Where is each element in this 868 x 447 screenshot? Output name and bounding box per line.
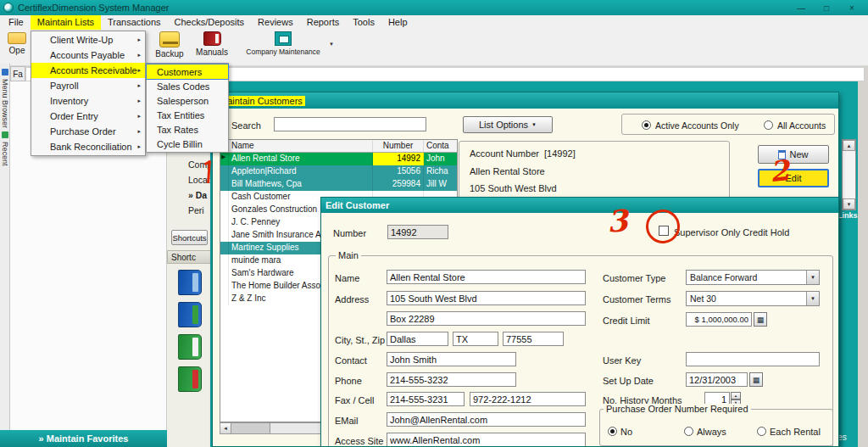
favorites-tab[interactable]: Fa xyxy=(10,66,25,81)
sidebar-tab-recent[interactable]: Recent xyxy=(1,142,9,166)
menu-file[interactable]: File xyxy=(2,15,31,30)
column-header-name[interactable]: Name xyxy=(229,140,373,152)
background-scrollbar[interactable]: ▲ ▼ xyxy=(842,139,856,210)
set-up-date-input[interactable] xyxy=(686,372,748,387)
shortcut-icon-4[interactable] xyxy=(178,366,202,392)
radio-po-always[interactable] xyxy=(684,427,693,436)
manuals-icon xyxy=(203,31,221,46)
toolbar-open-label: Ope xyxy=(9,46,25,55)
links-label[interactable]: Links xyxy=(837,211,858,220)
toolbar-company-maintenance-button[interactable]: Company Maintenance xyxy=(244,31,322,56)
sidebar-tab-menu-browser[interactable]: Menu Browser xyxy=(1,79,9,128)
submenu-item-tax-rates[interactable]: Tax Rates xyxy=(147,122,228,137)
shortcuts-button[interactable]: Shortcuts xyxy=(171,230,208,245)
maximize-button[interactable]: □ xyxy=(814,0,839,15)
customer-type-label: Customer Type xyxy=(603,273,665,283)
scroll-up-button[interactable]: ▲ xyxy=(843,140,855,151)
scroll-down-button[interactable]: ▼ xyxy=(843,198,855,210)
submenu-item-tax-entities[interactable]: Tax Entities xyxy=(147,108,228,122)
address1-input[interactable] xyxy=(387,291,586,305)
edit-button[interactable]: Edit xyxy=(758,169,829,187)
radio-po-each-rental-label[interactable]: Each Rental xyxy=(770,427,821,437)
credit-limit-input[interactable] xyxy=(686,312,752,327)
submenu-arrow-icon: ▸ xyxy=(137,113,141,120)
menu-item-accounts-receivable[interactable]: Accounts Receivable▸ xyxy=(31,63,145,78)
credit-limit-calculator-button[interactable]: ▦ xyxy=(754,312,767,327)
shortcut-icon-2[interactable] xyxy=(178,302,202,327)
customer-row-selected[interactable]: ▶ Allen Rental Store 14992 John xyxy=(220,153,457,165)
maintain-favorites-bar[interactable]: » Maintain Favorites xyxy=(0,430,167,447)
submenu-item-sales-codes[interactable]: Sales Codes xyxy=(147,79,228,93)
menu-reports[interactable]: Reports xyxy=(300,15,347,30)
submenu-arrow-icon: ▸ xyxy=(137,67,141,74)
radio-active-accounts-label[interactable]: Active Accounts Only xyxy=(655,120,739,131)
address2-input[interactable] xyxy=(387,311,586,326)
email-input[interactable] xyxy=(387,412,586,427)
column-header-contact[interactable]: Conta xyxy=(424,140,457,152)
user-key-input[interactable] xyxy=(686,352,820,366)
cell-input[interactable] xyxy=(470,392,586,406)
customer-table-header: Name Number Conta xyxy=(220,140,457,153)
fax-cell-label: Fax / Cell xyxy=(335,395,374,405)
email-label: EMail xyxy=(335,416,359,426)
supervisor-credit-hold-label[interactable]: Supervisor Only Credit Hold xyxy=(674,227,789,237)
open-folder-icon xyxy=(8,32,26,44)
radio-all-accounts[interactable] xyxy=(764,120,773,130)
name-input[interactable] xyxy=(387,270,586,284)
menu-checks-deposits[interactable]: Checks/Deposits xyxy=(168,15,252,30)
menu-item-order-entry[interactable]: Order Entry▸ xyxy=(31,109,145,124)
submenu-item-cycle-billing[interactable]: Cycle Billin xyxy=(147,137,228,151)
city-input[interactable] xyxy=(387,332,448,346)
menu-item-bank-reconciliation[interactable]: Bank Reconciliation▸ xyxy=(31,139,145,154)
radio-po-each-rental[interactable] xyxy=(757,427,766,436)
minimize-button[interactable]: — xyxy=(788,0,814,15)
access-site-input[interactable] xyxy=(387,433,586,447)
radio-active-accounts[interactable] xyxy=(642,120,651,130)
menu-item-accounts-payable[interactable]: Accounts Payable▸ xyxy=(31,47,145,63)
scroll-left-button[interactable]: ◄ xyxy=(220,423,231,433)
close-button[interactable]: × xyxy=(839,0,865,15)
state-input[interactable] xyxy=(453,332,498,346)
number-input[interactable] xyxy=(387,225,448,239)
radio-po-always-label[interactable]: Always xyxy=(697,427,726,437)
menu-item-client-write-up[interactable]: Client Write-Up▸ xyxy=(31,32,145,47)
menu-item-payroll[interactable]: Payroll▸ xyxy=(31,78,145,93)
contact-input[interactable] xyxy=(387,352,516,366)
customer-row[interactable]: Appleton|Richard 15056 Richa xyxy=(220,165,457,178)
shortcut-icon-3[interactable] xyxy=(178,334,202,360)
cell-number: 15056 xyxy=(373,165,424,178)
menu-help[interactable]: Help xyxy=(381,15,415,30)
column-header-number[interactable]: Number xyxy=(373,140,424,152)
customer-type-select[interactable]: Balance Forward ▼ xyxy=(686,270,820,285)
shortcut-icon-1[interactable] xyxy=(178,270,202,295)
toolbar-manuals-button[interactable]: Manuals xyxy=(192,31,232,57)
search-input[interactable] xyxy=(274,117,426,131)
menu-transactions[interactable]: Transactions xyxy=(101,15,168,30)
menu-maintain-lists[interactable]: Maintain Lists xyxy=(31,15,101,30)
menu-reviews[interactable]: Reviews xyxy=(251,15,300,30)
toolbar-backup-button[interactable]: Backup xyxy=(149,31,190,59)
customer-row[interactable]: Bill Matthews, Cpa 259984 Jill W xyxy=(220,178,457,191)
edit-customer-title: Edit Customer xyxy=(326,200,389,210)
nav-item-date[interactable]: » Da xyxy=(188,190,207,200)
menu-item-purchase-order[interactable]: Purchase Order▸ xyxy=(31,124,145,139)
submenu-item-customers[interactable]: Customers xyxy=(147,64,228,79)
scrollbar-thumb[interactable] xyxy=(231,423,270,433)
toolbar-open-button[interactable]: Ope xyxy=(3,32,31,55)
list-options-button[interactable]: List Options ▼ xyxy=(463,116,553,133)
calendar-button[interactable]: ▦ xyxy=(749,372,763,387)
customer-terms-select[interactable]: Net 30 ▼ xyxy=(686,291,820,306)
toolbar-overflow-arrow-icon[interactable]: ▼ xyxy=(329,42,334,47)
radio-po-no-label[interactable]: No xyxy=(620,427,632,437)
radio-po-no[interactable] xyxy=(608,427,617,436)
zip-input[interactable] xyxy=(503,332,564,346)
radio-all-accounts-label[interactable]: All Accounts xyxy=(777,120,826,131)
submenu-arrow-icon: ▸ xyxy=(137,82,141,89)
nav-item-period[interactable]: Peri xyxy=(188,205,204,215)
submenu-item-salesperson[interactable]: Salesperson xyxy=(147,93,228,108)
menu-tools[interactable]: Tools xyxy=(346,15,381,30)
phone-input[interactable] xyxy=(387,372,516,387)
fax-input[interactable] xyxy=(387,392,465,406)
submenu-arrow-icon: ▸ xyxy=(137,128,141,135)
menu-item-inventory[interactable]: Inventory▸ xyxy=(31,93,145,109)
